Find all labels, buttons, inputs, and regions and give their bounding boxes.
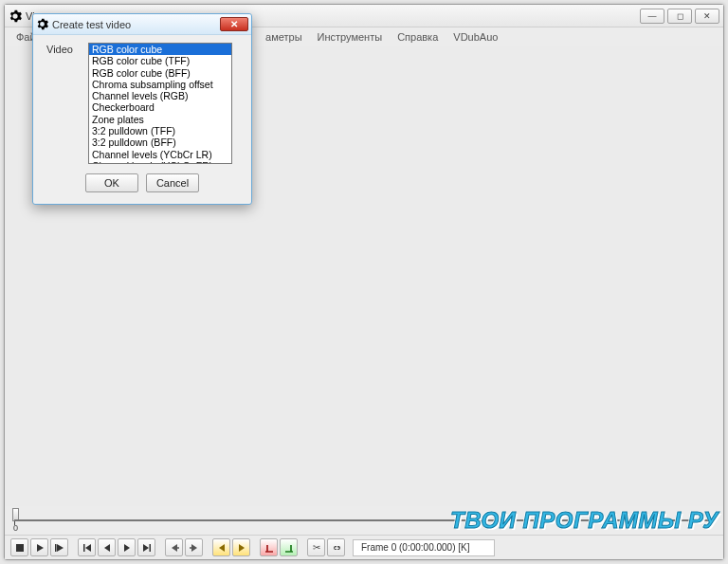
listbox-option[interactable]: RGB color cube (TFF) <box>89 55 231 66</box>
dialog-titlebar[interactable]: Create test video ✕ <box>33 14 251 35</box>
frame-status: Frame 0 (0:00:00.000) [K] <box>353 539 495 556</box>
scene-prev-button[interactable] <box>212 538 230 556</box>
close-button[interactable]: ✕ <box>695 9 719 24</box>
dialog-title: Create test video <box>52 19 131 30</box>
svg-rect-4 <box>83 544 85 552</box>
stop-button[interactable] <box>10 538 28 556</box>
scene-next-button[interactable] <box>232 538 250 556</box>
menu-tools[interactable]: Инструменты <box>310 29 391 45</box>
dialog-video-label: Video <box>46 43 79 164</box>
key-next-button[interactable] <box>185 538 203 556</box>
seek-track[interactable] <box>14 519 714 521</box>
svg-rect-0 <box>16 544 24 552</box>
step-back-button[interactable] <box>98 538 116 556</box>
cut-button[interactable] <box>307 538 325 556</box>
listbox-option[interactable]: RGB color cube (BFF) <box>89 67 231 79</box>
svg-marker-12 <box>191 544 197 552</box>
listbox-option[interactable]: Channel levels (YCbCr FR) <box>89 160 231 164</box>
menu-vdubauo[interactable]: VDubAuo <box>446 29 505 45</box>
svg-point-11 <box>177 547 179 549</box>
listbox-option[interactable]: Channel levels (RGB) <box>89 90 231 101</box>
menu-help[interactable]: Справка <box>390 29 446 45</box>
video-type-listbox[interactable]: RGB color cubeRGB color cube (TFF)RGB co… <box>88 43 232 164</box>
svg-marker-15 <box>239 544 245 552</box>
dialog-gear-icon <box>36 18 48 30</box>
svg-marker-7 <box>124 544 130 552</box>
svg-marker-2 <box>57 544 64 552</box>
toolbar: Frame 0 (0:00:00.000) [K] <box>5 535 723 559</box>
listbox-option[interactable]: Checkerboard <box>89 101 231 113</box>
create-test-video-dialog: Create test video ✕ Video RGB color cube… <box>32 13 252 205</box>
menu-params[interactable]: аметры <box>258 29 310 45</box>
svg-marker-1 <box>37 544 44 552</box>
minimize-button[interactable]: — <box>640 9 664 24</box>
svg-marker-6 <box>104 544 110 552</box>
play-out-button[interactable] <box>50 538 68 556</box>
cancel-button[interactable]: Cancel <box>146 173 199 192</box>
svg-rect-9 <box>149 544 151 552</box>
svg-point-13 <box>190 547 191 549</box>
maximize-button[interactable]: ◻ <box>667 9 692 24</box>
mark-in-button[interactable] <box>260 538 278 556</box>
step-fwd-button[interactable] <box>118 538 136 556</box>
svg-marker-8 <box>143 544 149 552</box>
seek-label-start: 0 <box>13 523 18 533</box>
svg-rect-3 <box>55 544 57 552</box>
goto-start-button[interactable] <box>78 538 96 556</box>
listbox-option[interactable]: 3:2 pulldown (TFF) <box>89 125 231 136</box>
key-prev-button[interactable] <box>165 538 183 556</box>
listbox-option[interactable]: Chroma subsampling offset <box>89 79 231 90</box>
app-gear-icon <box>9 9 22 23</box>
mark-out-button[interactable] <box>280 538 298 556</box>
listbox-option[interactable]: RGB color cube <box>89 44 231 55</box>
listbox-option[interactable]: 3:2 pulldown (BFF) <box>89 136 231 148</box>
dialog-close-button[interactable]: ✕ <box>220 17 248 31</box>
play-in-button[interactable] <box>30 538 48 556</box>
listbox-option[interactable]: Channel levels (YCbCr LR) <box>89 149 231 160</box>
seekbar[interactable]: 0 <box>5 506 723 535</box>
svg-marker-10 <box>172 544 177 552</box>
svg-marker-14 <box>219 544 225 552</box>
link-button[interactable] <box>327 538 345 556</box>
svg-marker-5 <box>85 544 91 552</box>
goto-end-button[interactable] <box>137 538 155 556</box>
listbox-option[interactable]: Zone plates <box>89 114 231 125</box>
ok-button[interactable]: OK <box>85 173 138 192</box>
